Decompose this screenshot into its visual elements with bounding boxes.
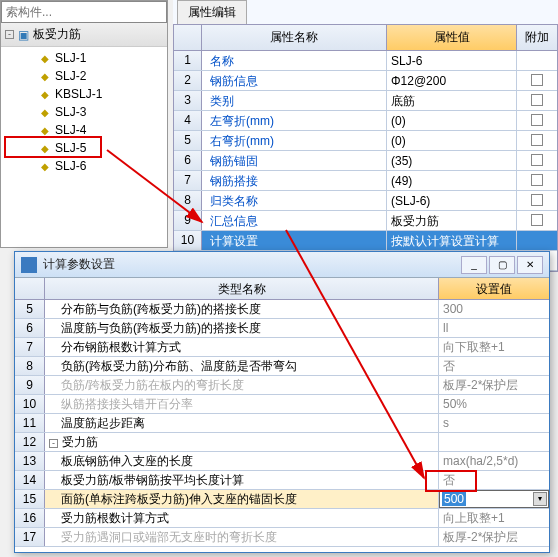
prop-value[interactable]: (35) bbox=[387, 151, 517, 170]
prop-attach bbox=[517, 51, 557, 70]
bullet-icon: ◆ bbox=[41, 161, 49, 172]
param-value[interactable]: 500▾ bbox=[439, 490, 549, 508]
row-number: 1 bbox=[174, 51, 202, 70]
param-name: 温度筋与负筋(跨板受力筋)的搭接长度 bbox=[45, 319, 439, 337]
param-name: 板底钢筋伸入支座的长度 bbox=[45, 452, 439, 470]
dialog-grid: 类型名称 设置值 5分布筋与负筋(跨板受力筋)的搭接长度3006温度筋与负筋(跨… bbox=[15, 278, 549, 547]
param-value[interactable]: 否 bbox=[439, 471, 549, 489]
dialog-row[interactable]: 10纵筋搭接接头错开百分率50% bbox=[15, 395, 549, 414]
dialog-titlebar[interactable]: 计算参数设置 _ ▢ ✕ bbox=[15, 252, 549, 278]
collapse-icon[interactable]: - bbox=[5, 30, 14, 39]
param-value[interactable]: 板厚-2*保护层 bbox=[439, 528, 549, 546]
property-tab[interactable]: 属性编辑 bbox=[177, 0, 247, 24]
param-value[interactable]: 向上取整+1 bbox=[439, 509, 549, 527]
property-row[interactable]: 4左弯折(mm)(0) bbox=[174, 111, 557, 131]
property-row[interactable]: 1名称SLJ-6 bbox=[174, 51, 557, 71]
checkbox[interactable] bbox=[531, 174, 543, 186]
checkbox[interactable] bbox=[531, 134, 543, 146]
dialog-row[interactable]: 9负筋/跨板受力筋在板内的弯折长度板厚-2*保护层 bbox=[15, 376, 549, 395]
param-value[interactable]: max(ha/2,5*d) bbox=[439, 452, 549, 470]
dialog-row[interactable]: 17受力筋遇洞口或端部无支座时的弯折长度板厚-2*保护层 bbox=[15, 528, 549, 547]
tree-item[interactable]: ◆SLJ-6 bbox=[1, 157, 167, 175]
bullet-icon: ◆ bbox=[41, 107, 49, 118]
dialog-row[interactable]: 16受力筋根数计算方式向上取整+1 bbox=[15, 509, 549, 528]
property-row[interactable]: 3类别底筋 bbox=[174, 91, 557, 111]
param-value[interactable]: ll bbox=[439, 319, 549, 337]
param-value[interactable]: s bbox=[439, 414, 549, 432]
property-row[interactable]: 7钢筋搭接(49) bbox=[174, 171, 557, 191]
tree-item[interactable]: ◆KBSLJ-1 bbox=[1, 85, 167, 103]
col-type: 类型名称 bbox=[45, 278, 439, 299]
prop-value[interactable]: (SLJ-6) bbox=[387, 191, 517, 210]
property-row[interactable]: 2钢筋信息Φ12@200 bbox=[174, 71, 557, 91]
prop-value[interactable]: 板受力筋 bbox=[387, 211, 517, 230]
dialog-row[interactable]: 14板受力筋/板带钢筋按平均长度计算否 bbox=[15, 471, 549, 490]
checkbox[interactable] bbox=[531, 74, 543, 86]
close-button[interactable]: ✕ bbox=[517, 256, 543, 274]
tree-item[interactable]: ◆SLJ-4 bbox=[1, 121, 167, 139]
row-number: 8 bbox=[174, 191, 202, 210]
tree-item-label: SLJ-4 bbox=[55, 123, 86, 137]
param-name: 纵筋搭接接头错开百分率 bbox=[45, 395, 439, 413]
tree-item[interactable]: ◆SLJ-1 bbox=[1, 49, 167, 67]
row-number: 5 bbox=[15, 300, 45, 318]
tree-root[interactable]: - ▣ 板受力筋 bbox=[1, 23, 167, 47]
property-header: 属性名称 属性值 附加 bbox=[174, 25, 557, 51]
minimize-button[interactable]: _ bbox=[461, 256, 487, 274]
property-row[interactable]: 9汇总信息板受力筋 bbox=[174, 211, 557, 231]
tree-item-label: SLJ-3 bbox=[55, 105, 86, 119]
property-row[interactable]: 6钢筋锚固(35) bbox=[174, 151, 557, 171]
maximize-button[interactable]: ▢ bbox=[489, 256, 515, 274]
collapse-icon[interactable]: - bbox=[49, 439, 58, 448]
prop-value[interactable]: (0) bbox=[387, 131, 517, 150]
tree-item[interactable]: ◆SLJ-2 bbox=[1, 67, 167, 85]
tree-item[interactable]: ◆SLJ-3 bbox=[1, 103, 167, 121]
param-value[interactable]: 50% bbox=[439, 395, 549, 413]
dialog-row[interactable]: 13板底钢筋伸入支座的长度max(ha/2,5*d) bbox=[15, 452, 549, 471]
param-value[interactable]: 300 bbox=[439, 300, 549, 318]
prop-value[interactable]: 按默认计算设置计算 bbox=[387, 231, 517, 250]
tree-root-label: 板受力筋 bbox=[33, 26, 81, 43]
tree-item-label: SLJ-5 bbox=[55, 141, 86, 155]
param-name: 受力筋遇洞口或端部无支座时的弯折长度 bbox=[45, 528, 439, 546]
prop-attach bbox=[517, 151, 557, 170]
dialog-row[interactable]: 15面筋(单标注跨板受力筋)伸入支座的锚固长度500▾ bbox=[15, 490, 549, 509]
param-value[interactable]: 否 bbox=[439, 357, 549, 375]
checkbox[interactable] bbox=[531, 214, 543, 226]
checkbox[interactable] bbox=[531, 194, 543, 206]
property-editor: 属性编辑 属性名称 属性值 附加 1名称SLJ-62钢筋信息Φ12@2003类别… bbox=[173, 0, 558, 272]
prop-value[interactable]: Φ12@200 bbox=[387, 71, 517, 90]
row-number: 10 bbox=[174, 231, 202, 250]
search-input[interactable] bbox=[1, 1, 167, 23]
prop-value[interactable]: (0) bbox=[387, 111, 517, 130]
checkbox[interactable] bbox=[531, 94, 543, 106]
dialog-row[interactable]: 11温度筋起步距离s bbox=[15, 414, 549, 433]
dialog-row[interactable]: 5分布筋与负筋(跨板受力筋)的搭接长度300 bbox=[15, 300, 549, 319]
prop-key: 右弯折(mm) bbox=[202, 131, 387, 150]
dialog-title: 计算参数设置 bbox=[43, 256, 459, 273]
dropdown-icon[interactable]: ▾ bbox=[533, 492, 547, 506]
prop-value[interactable]: (49) bbox=[387, 171, 517, 190]
param-value[interactable] bbox=[439, 433, 549, 451]
checkbox[interactable] bbox=[531, 154, 543, 166]
row-number: 14 bbox=[15, 471, 45, 489]
property-row[interactable]: 5右弯折(mm)(0) bbox=[174, 131, 557, 151]
checkbox[interactable] bbox=[531, 114, 543, 126]
row-number: 13 bbox=[15, 452, 45, 470]
param-value[interactable]: 板厚-2*保护层 bbox=[439, 376, 549, 394]
dialog-icon bbox=[21, 257, 37, 273]
col-name: 属性名称 bbox=[202, 25, 387, 50]
prop-key: 归类名称 bbox=[202, 191, 387, 210]
tree-item[interactable]: ◆SLJ-5 bbox=[1, 139, 167, 157]
param-value[interactable]: 向下取整+1 bbox=[439, 338, 549, 356]
dialog-row[interactable]: 6温度筋与负筋(跨板受力筋)的搭接长度ll bbox=[15, 319, 549, 338]
prop-attach bbox=[517, 191, 557, 210]
dialog-row[interactable]: 12-受力筋 bbox=[15, 433, 549, 452]
dialog-row[interactable]: 7分布钢筋根数计算方式向下取整+1 bbox=[15, 338, 549, 357]
prop-value[interactable]: 底筋 bbox=[387, 91, 517, 110]
dialog-row[interactable]: 8负筋(跨板受力筋)分布筋、温度筋是否带弯勾否 bbox=[15, 357, 549, 376]
prop-value[interactable]: SLJ-6 bbox=[387, 51, 517, 70]
property-row[interactable]: 10计算设置按默认计算设置计算 bbox=[174, 231, 557, 251]
tree-item-label: SLJ-6 bbox=[55, 159, 86, 173]
property-row[interactable]: 8归类名称(SLJ-6) bbox=[174, 191, 557, 211]
